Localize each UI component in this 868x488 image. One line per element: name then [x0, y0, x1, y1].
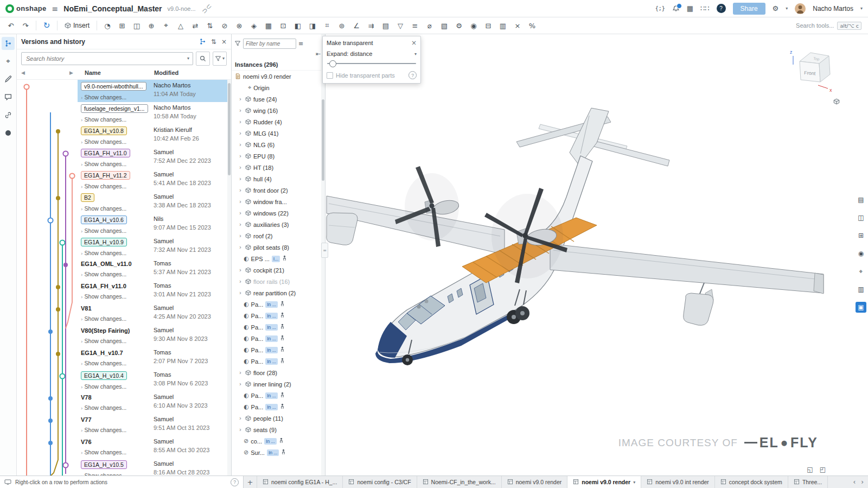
tree-item[interactable]: ›inner lining (2)	[232, 378, 325, 390]
document-tab[interactable]: noemi config - C3/CF	[343, 476, 417, 488]
tree-chevron-icon[interactable]: ›	[239, 199, 243, 205]
add-tab-button[interactable]: +	[244, 476, 257, 488]
versions-scrollbar[interactable]	[227, 80, 231, 476]
version-badge[interactable]: EG1A_H_v10.7	[81, 349, 123, 357]
tree-chevron-icon[interactable]: ›	[239, 210, 243, 216]
version-badge[interactable]: EG1A_H_v10.8	[81, 126, 127, 135]
close-panel-icon[interactable]: ×	[221, 38, 227, 46]
onshape-logo[interactable]: onshape	[5, 4, 47, 13]
diameter-tool-icon[interactable]: ⌀	[423, 20, 436, 31]
tree-chevron-icon[interactable]: ›	[239, 130, 243, 136]
menu-icon[interactable]: ≡	[52, 4, 59, 13]
version-badge[interactable]: V76	[81, 438, 92, 446]
tree-item[interactable]: ›front door (2)	[232, 185, 325, 196]
search-history-field[interactable]	[25, 55, 187, 62]
section-view-icon[interactable]: ⊡	[277, 20, 290, 31]
tree-item[interactable]: ›HT (18)	[232, 162, 325, 173]
version-row[interactable]: EG1A_FH_v11.2›Show changes...Samuel5:41 …	[78, 169, 228, 191]
tree-item[interactable]: ›windows (22)	[232, 207, 325, 219]
split-view-icon[interactable]: ◫	[856, 212, 866, 223]
show-changes-link[interactable]: ›Show changes...	[81, 205, 154, 212]
show-changes-link[interactable]: ›Show changes...	[81, 271, 154, 277]
tree-item[interactable]: ◐Pa...In ...	[232, 401, 325, 413]
edit-annotations-icon[interactable]	[2, 73, 15, 86]
render-studio-icon[interactable]: ▧	[438, 20, 451, 31]
search-tools[interactable]: Search tools... alt/⌥ c	[796, 22, 864, 30]
dialog-help-icon[interactable]: ?	[409, 71, 417, 79]
version-row[interactable]: v9.0-noemi-wbothhull...›Show changes...N…	[78, 80, 228, 102]
version-row[interactable]: EG1A_H_v10.5›Show changes...Samuel8:16 A…	[78, 458, 228, 476]
mate-icon[interactable]: ⊞	[116, 20, 129, 31]
panel-resize-handle[interactable]: ≡	[321, 243, 328, 258]
versions-scroll-thumb[interactable]	[228, 83, 231, 175]
fastened-mate-icon[interactable]: ◫	[130, 20, 143, 31]
share-links-icon[interactable]	[2, 109, 15, 122]
show-changes-link[interactable]: ›Show changes...	[81, 338, 154, 344]
view-cube[interactable]: Top Front z x	[788, 46, 834, 100]
circular-pattern-icon[interactable]: ⊘	[218, 20, 231, 31]
insert-button[interactable]: Insert	[61, 21, 93, 30]
measure-icon[interactable]: ⌗	[321, 20, 334, 31]
instances-scroll-thumb[interactable]	[322, 99, 324, 181]
tree-item[interactable]: ›seats (9)	[232, 424, 325, 435]
model-viewport[interactable]: Top Front z x IMAGE COURTESY OF EL ● FLY	[326, 34, 854, 476]
mirror-icon[interactable]: ⊗	[233, 20, 246, 31]
share-button[interactable]: Share	[733, 3, 765, 15]
tree-item[interactable]: ›hull (4)	[232, 173, 325, 185]
tree-item[interactable]: ◐Pa...In ...	[232, 333, 325, 344]
version-badge[interactable]: V78	[81, 394, 92, 401]
version-row[interactable]: EG1A_H_v10.7›Show changes...Tomas2:07 PM…	[78, 347, 228, 369]
tree-item[interactable]: ›fuse (24)	[232, 93, 325, 105]
link-icon[interactable]: ⊃⊂	[200, 2, 213, 15]
document-version[interactable]: v9.0-noe...	[168, 5, 196, 12]
version-row[interactable]: V77›Show changes...Samuel9:51 AM Oct 31 …	[78, 414, 228, 436]
version-row[interactable]: V76›Show changes...Samuel8:55 AM Oct 30 …	[78, 436, 228, 458]
hide-right-icon[interactable]: ◨	[306, 20, 319, 31]
document-tab[interactable]: noemi config EG1A - H_...	[257, 476, 343, 488]
in-context-badge[interactable]: In ...	[265, 358, 278, 365]
show-changes-link[interactable]: ›Show changes...	[81, 360, 154, 366]
version-badge[interactable]: EG1A_FH_v11.2	[81, 171, 130, 180]
version-badge[interactable]: EG1A_OML_v11.0	[81, 260, 132, 268]
tree-chevron-icon[interactable]: ›	[239, 381, 243, 387]
version-row[interactable]: V81›Show changes...Samuel4:25 AM Nov 20 …	[78, 302, 228, 325]
undo-icon[interactable]: ↶	[4, 20, 17, 31]
tree-item[interactable]: ◐Pa...In ...	[232, 299, 325, 310]
version-badge[interactable]: V80(Step Fairing)	[81, 327, 130, 334]
document-tab[interactable]: Noemi-CF_in_the_work...	[417, 476, 502, 488]
mass-properties-icon[interactable]: ⊚	[335, 20, 348, 31]
tree-item[interactable]: ›Rudder (4)	[232, 116, 325, 128]
tree-chevron-icon[interactable]: ›	[239, 415, 243, 421]
tree-item[interactable]: ›wing (16)	[232, 105, 325, 116]
appearance-icon[interactable]: ▽	[394, 20, 407, 31]
viewer-icon[interactable]	[4, 479, 11, 485]
angle-tool-icon[interactable]: ∠	[350, 20, 363, 31]
configurations-icon[interactable]: ⚙	[452, 20, 465, 31]
version-badge[interactable]: v9.0-noemi-wbothhull...	[81, 82, 146, 91]
slider-track[interactable]	[327, 63, 416, 64]
version-row[interactable]: EG1A_H_v10.4›Show changes...Tomas3:08 PM…	[78, 369, 228, 391]
hide-transparent-checkbox[interactable]	[327, 72, 333, 79]
tree-item[interactable]: ›NLG (6)	[232, 139, 325, 150]
tree-item[interactable]: ◐EPS ...I...	[232, 253, 325, 264]
expand-distance-dropdown[interactable]: Expand: distance ▾	[323, 48, 420, 59]
in-context-badge[interactable]: In ...	[267, 449, 279, 456]
tree-chevron-icon[interactable]: ›	[239, 107, 243, 113]
tabs-scroll-right-icon[interactable]: ›	[861, 478, 864, 486]
version-row[interactable]: EG1A_FH_v11.0›Show changes...Tomas3:01 A…	[78, 280, 228, 302]
fit-view-icon[interactable]: ◱	[807, 466, 813, 473]
grid-display-icon[interactable]: ⊞	[856, 230, 866, 241]
in-context-badge[interactable]: In ...	[265, 392, 278, 399]
version-badge[interactable]: V81	[81, 305, 92, 312]
sheet-tool-icon[interactable]: ▥	[496, 20, 509, 31]
bom-table-icon[interactable]: ▦	[262, 20, 275, 31]
show-changes-link[interactable]: ›Show changes...	[81, 315, 154, 322]
show-changes-link[interactable]: ›Show changes...	[81, 404, 154, 411]
tree-chevron-icon[interactable]: ›	[239, 187, 243, 193]
redo-icon[interactable]: ↷	[19, 20, 32, 31]
tree-item[interactable]: ›auxiliaries (3)	[232, 219, 325, 230]
show-changes-link[interactable]: ›Show changes...	[81, 138, 154, 145]
collapse-graph-icon[interactable]: ◀	[21, 70, 25, 75]
tree-item[interactable]: ›roof (2)	[232, 230, 325, 242]
tree-chevron-icon[interactable]: ›	[239, 244, 243, 250]
